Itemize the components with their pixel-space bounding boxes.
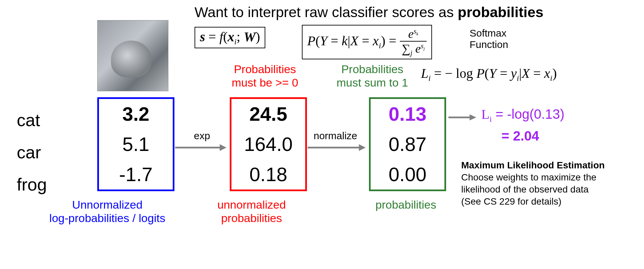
title-bold: probabilities bbox=[458, 4, 544, 20]
constraint-nonneg: Probabilities must be >= 0 bbox=[221, 62, 309, 89]
svg-marker-3 bbox=[359, 144, 366, 151]
unnorm-caption: unnormalized probabilities bbox=[198, 198, 305, 225]
arrow-exp bbox=[174, 141, 226, 154]
prob-car: 0.87 bbox=[371, 129, 444, 159]
mle-title: Maximum Likelihood Estimation bbox=[461, 160, 605, 170]
constraint-nonneg-line2: must be >= 0 bbox=[221, 76, 309, 89]
unnorm-prob-car: 164.0 bbox=[231, 129, 305, 159]
loss-expr: Li = -log(0.13) bbox=[481, 106, 565, 127]
mle-line3: (See CS 229 for details) bbox=[461, 196, 636, 208]
constraint-sum1-line2: must sum to 1 bbox=[325, 76, 419, 89]
unnorm-prob-cat: 24.5 bbox=[231, 99, 305, 129]
unnorm-probs-box: 24.5 164.0 0.18 bbox=[230, 97, 307, 191]
logits-caption: Unnormalized log-probabilities / logits bbox=[37, 198, 178, 225]
unnorm-prob-frog: 0.18 bbox=[231, 159, 305, 190]
constraint-sum1: Probabilities must sum to 1 bbox=[325, 62, 419, 89]
arrow-normalize-label: normalize bbox=[314, 130, 357, 142]
class-label-frog: frog bbox=[17, 168, 47, 201]
probs-caption: probabilities bbox=[359, 198, 453, 211]
svg-marker-1 bbox=[220, 144, 226, 151]
mle-line2: likelihood of the observed data bbox=[461, 183, 636, 196]
softmax-function-label: Softmax Function bbox=[470, 28, 508, 50]
title-prefix: Want to interpret raw classifier scores … bbox=[195, 4, 458, 20]
class-label-car: car bbox=[17, 136, 47, 168]
logits-caption-2: log-probabilities / logits bbox=[37, 211, 178, 225]
arrow-exp-label: exp bbox=[194, 130, 210, 142]
constraint-nonneg-line1: Probabilities bbox=[221, 62, 309, 76]
arrow-normalize bbox=[307, 141, 366, 154]
scores-equation-box: s = f(xi; W) bbox=[195, 27, 265, 48]
softmax-label-2: Function bbox=[470, 39, 508, 50]
softmax-label-1: Softmax bbox=[470, 28, 508, 39]
svg-marker-5 bbox=[470, 114, 476, 120]
arrow-to-loss bbox=[448, 112, 476, 122]
logits-caption-1: Unnormalized bbox=[37, 198, 178, 211]
mle-line1: Choose weights to maximize the bbox=[461, 171, 636, 183]
unnorm-caption-1: unnormalized bbox=[198, 198, 305, 211]
logits-box: 3.2 5.1 -1.7 bbox=[97, 97, 174, 191]
logit-cat: 3.2 bbox=[99, 99, 173, 129]
unnorm-caption-2: probabilities bbox=[198, 211, 305, 225]
softmax-equation: P(Y = k|X = xi) = esk∑j esj bbox=[307, 33, 427, 48]
softmax-equation-box: P(Y = k|X = xi) = esk∑j esj bbox=[302, 25, 432, 59]
scores-equation: s = f(xi; W) bbox=[200, 29, 260, 44]
logit-frog: -1.7 bbox=[99, 159, 173, 190]
prob-frog: 0.00 bbox=[371, 159, 444, 190]
constraint-sum1-line1: Probabilities bbox=[325, 62, 419, 76]
title: Want to interpret raw classifier scores … bbox=[195, 4, 543, 20]
probs-box: 0.13 0.87 0.00 bbox=[369, 97, 446, 191]
input-image-cat bbox=[97, 20, 168, 91]
logit-car: 5.1 bbox=[99, 129, 173, 159]
class-label-cat: cat bbox=[17, 104, 47, 136]
loss-computation: Li = -log(0.13) = 2.04 bbox=[481, 106, 565, 144]
mle-note: Maximum Likelihood Estimation Choose wei… bbox=[461, 159, 636, 208]
loss-result: = 2.04 bbox=[481, 127, 565, 144]
class-labels: cat car frog bbox=[17, 104, 47, 201]
loss-equation: Li = − log P(Y = yi|X = xi) bbox=[421, 65, 557, 83]
prob-cat: 0.13 bbox=[371, 99, 444, 129]
